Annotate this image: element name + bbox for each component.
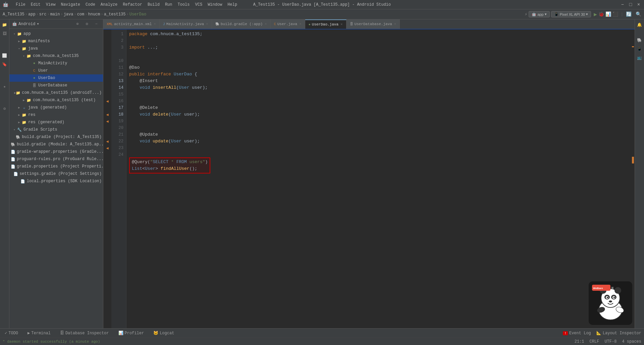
minimize-button[interactable]: −: [620, 2, 625, 7]
line-ending[interactable]: CRLF: [590, 339, 599, 344]
tab-close-mainactivity[interactable]: ×: [206, 22, 208, 26]
tree-item-build-gradle-project[interactable]: 🐘 build.gradle (Project: A_Test135): [9, 133, 103, 141]
maximize-button[interactable]: □: [628, 2, 633, 7]
project-icon[interactable]: 📁: [1, 21, 9, 29]
breadcrumb-com[interactable]: com: [77, 12, 85, 17]
search-everywhere-button[interactable]: 🔍: [636, 11, 641, 17]
tab-logcat[interactable]: 🐱 Logcat: [151, 330, 176, 336]
cursor-position[interactable]: 21:1: [575, 339, 584, 344]
emulator-icon[interactable]: 📺: [636, 54, 644, 62]
menu-file[interactable]: File: [14, 2, 28, 8]
tab-close-build-gradle[interactable]: ×: [265, 22, 267, 26]
menu-tools[interactable]: Tools: [176, 2, 192, 8]
menu-refactor[interactable]: Refactor: [121, 2, 144, 8]
tree-arrow-java[interactable]: ▾: [17, 46, 21, 51]
tree-arrow-package-test[interactable]: ▶: [21, 98, 26, 102]
tree-gear-icon[interactable]: ⚙: [83, 20, 91, 28]
indent-setting[interactable]: 4 spaces: [622, 339, 641, 344]
breadcrumb-app[interactable]: app: [28, 12, 36, 17]
tree-item-user[interactable]: C User: [9, 67, 103, 74]
menu-help[interactable]: Help: [225, 2, 239, 8]
menu-navigate[interactable]: Navigate: [59, 2, 82, 8]
tab-todo[interactable]: ✓ TODO: [3, 330, 20, 336]
menu-window[interactable]: Window: [206, 2, 224, 8]
tree-arrow-manifests[interactable]: ▶: [17, 39, 21, 44]
close-button[interactable]: ×: [636, 2, 641, 7]
tree-item-settings-gradle[interactable]: 📄 settings.gradle (Project Settings): [9, 170, 103, 178]
tree-item-manifests[interactable]: ▶ 📁 manifests: [9, 38, 103, 45]
favorites-icon[interactable]: ★: [1, 82, 9, 90]
run-config-button[interactable]: 🤖 app ▾: [529, 11, 549, 17]
tree-item-gradle-scripts[interactable]: ▾ 🔧 Gradle Scripts: [9, 126, 103, 133]
breadcrumb-main[interactable]: main: [50, 12, 60, 17]
nav-icon-1[interactable]: ⚡: [525, 11, 527, 17]
tab-activity-main[interactable]: XML activity_main.xml ×: [103, 19, 160, 29]
tree-arrow-java-gen[interactable]: ▶: [17, 105, 21, 110]
tab-userdao[interactable]: ● UserDao.java ×: [305, 19, 346, 29]
event-log-item[interactable]: ! Event Log: [563, 331, 591, 336]
tree-arrow-gradle[interactable]: ▾: [12, 127, 17, 132]
menu-analyze[interactable]: Analyze: [99, 2, 119, 8]
tree-item-userdao[interactable]: ● UserDao: [9, 74, 103, 82]
encoding[interactable]: UTF-8: [604, 339, 616, 344]
tree-item-gradle-wrapper[interactable]: 📄 gradle-wrapper.properties (Gradle...): [9, 148, 103, 155]
tree-item-package-android[interactable]: ▶ 📁 com.hnucm.a_test135 (androidT...): [9, 89, 103, 96]
tree-item-gradle-properties[interactable]: 📄 gradle.properties (Project Properti...…: [9, 163, 103, 170]
stop-button[interactable]: ⬛: [612, 11, 618, 17]
device-file-explorer-icon[interactable]: 📱: [636, 45, 644, 53]
tab-close-userdao[interactable]: ×: [340, 22, 343, 26]
tab-userdatabase[interactable]: 🗄 UserDatabase.java ×: [346, 19, 400, 29]
tree-item-java-generated[interactable]: ▶ ☕ java (generated): [9, 104, 103, 111]
resource-manager-icon[interactable]: 🖼: [1, 29, 9, 38]
tree-item-mainactivity[interactable]: ● MainActivity: [9, 60, 103, 67]
tree-arrow-app[interactable]: ▾: [12, 31, 17, 36]
tree-collapse-icon[interactable]: −: [92, 20, 100, 28]
menu-edit[interactable]: Edit: [29, 2, 43, 8]
breadcrumb-project[interactable]: A_Test135: [3, 12, 24, 17]
tree-arrow-res-gen[interactable]: ▶: [17, 120, 21, 125]
tab-user[interactable]: C User.java ×: [271, 19, 305, 29]
breadcrumb-package[interactable]: a_test135: [104, 12, 126, 17]
tree-item-res[interactable]: ▶ 📁 res: [9, 111, 103, 119]
breadcrumb-hnucm[interactable]: hnucm: [88, 12, 100, 17]
sync-button[interactable]: 🔄: [626, 11, 632, 17]
chevron-down-icon-3[interactable]: ▾: [37, 21, 39, 26]
tab-database-inspector[interactable]: 🗄 Database Inspector: [58, 330, 111, 336]
tree-arrow-package[interactable]: ▾: [21, 54, 26, 58]
tree-item-userdatabase[interactable]: 🗄 UserDatabase: [9, 82, 103, 89]
run-button[interactable]: ▶: [594, 11, 597, 18]
tree-item-build-gradle-module[interactable]: 🐘 build.gradle (Module: A_Test135.ap...): [9, 141, 103, 148]
menu-run[interactable]: Run: [163, 2, 174, 8]
tab-close-activity-main[interactable]: ×: [154, 22, 156, 26]
tree-item-package-test[interactable]: ▶ 📁 com.hnucm.a_test135 (test): [9, 96, 103, 104]
tab-build-gradle[interactable]: 🐘 build.gradle (:app) ×: [212, 19, 271, 29]
tree-item-local-properties[interactable]: 📄 local.properties (SDK Location): [9, 178, 103, 185]
tab-close-user[interactable]: ×: [299, 22, 302, 26]
menu-vcs[interactable]: VCS: [193, 2, 205, 8]
layout-inspector-item[interactable]: 📐 Layout Inspector: [596, 331, 641, 336]
gradle-icon-right[interactable]: 🐘: [636, 36, 644, 44]
bookmarks-icon[interactable]: 🔖: [1, 60, 9, 68]
breadcrumb-java[interactable]: java: [64, 12, 73, 17]
tree-item-java[interactable]: ▾ 📁 java: [9, 45, 103, 52]
code-content[interactable]: package com.hnucm.a_test135; import ...;…: [126, 29, 631, 328]
build-variants-icon[interactable]: ⚙: [1, 105, 9, 113]
menu-code[interactable]: Code: [84, 2, 97, 8]
tree-item-res-gen[interactable]: ▶ 📁 res (generated): [9, 119, 103, 126]
notifications-icon[interactable]: 🔔: [636, 21, 644, 29]
tree-arrow-res[interactable]: ▶: [17, 113, 21, 117]
structure-icon[interactable]: ⬜: [1, 52, 9, 60]
tree-locate-icon[interactable]: ⊕: [73, 20, 82, 28]
run-with-coverage-button[interactable]: 📊: [605, 11, 611, 17]
tab-close-userdatabase[interactable]: ×: [394, 22, 396, 26]
device-button[interactable]: 📱 Pixel XL API 30 ▾: [551, 11, 591, 17]
tab-profiler[interactable]: 📊 Profiler: [116, 330, 146, 336]
tree-item-package[interactable]: ▾ 📁 com.hnucm.a_test135: [9, 52, 103, 60]
tab-terminal[interactable]: ▶ Terminal: [25, 330, 53, 336]
breadcrumb-file[interactable]: UserDao: [129, 12, 146, 17]
debug-button[interactable]: 🐞: [598, 11, 604, 17]
menu-view[interactable]: View: [44, 2, 58, 8]
tree-item-proguard[interactable]: 📄 proguard-rules.pro (ProGuard Rule...): [9, 155, 103, 163]
tree-item-app[interactable]: ▾ 📁 app: [9, 30, 103, 38]
tab-mainactivity[interactable]: J MainActivity.java ×: [160, 19, 212, 29]
